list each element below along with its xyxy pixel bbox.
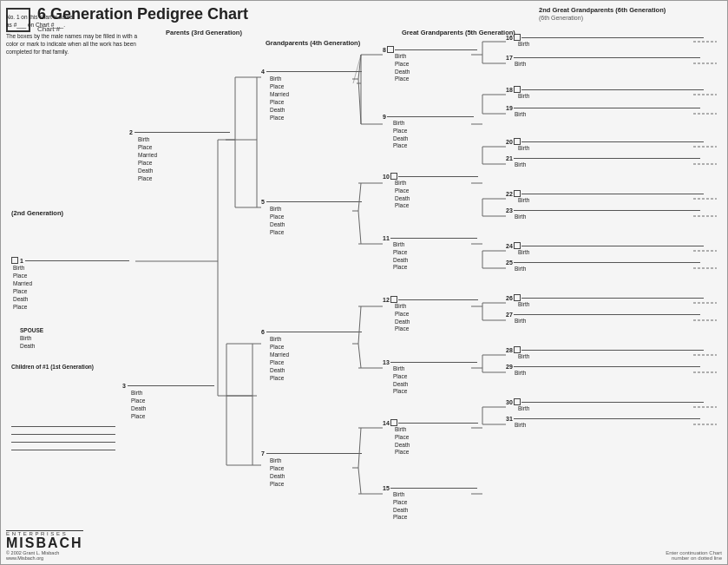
p28-box — [514, 346, 521, 353]
spouse-death: Death — [20, 342, 43, 350]
person-9: 9 Birth Place Death Place — [383, 114, 474, 150]
p5-num: 5 — [261, 199, 265, 205]
footer: E N T E R P R I S E S MISBACH © 2002 Gra… — [6, 530, 83, 561]
misbach-label: MISBACH — [6, 536, 83, 550]
p22-birth: Birth — [518, 197, 704, 203]
person-25: 25 Birth — [506, 260, 700, 272]
p24-num: 24 — [506, 243, 513, 249]
gen2-header: (2nd Generation) — [11, 209, 63, 217]
person-27: 27 Birth — [506, 312, 700, 324]
p25-birth: Birth — [515, 266, 700, 272]
p3-fields: Birth Place Death Place — [131, 389, 214, 420]
p17-birth: Birth — [515, 61, 700, 67]
children-label: Children of #1 (1st Generation) — [11, 364, 94, 370]
person-6: 6 Birth Place Married Place Death Place — [261, 329, 362, 383]
person-21: 21 Birth — [506, 155, 700, 168]
p7-fields: Birth Place Death Place — [270, 457, 362, 488]
p4-fields: Birth Place Married Place Death Place — [270, 75, 362, 122]
p13-fields: Birth Place Death Place — [393, 365, 477, 396]
spouse-label: SPOUSE — [20, 326, 43, 334]
p31-num: 31 — [506, 416, 513, 422]
p14-num: 14 — [383, 420, 390, 426]
person-12: 12 Birth Place Death Place — [383, 296, 478, 333]
p29-birth: Birth — [515, 370, 700, 376]
p22-box — [514, 190, 521, 197]
p14-fields: Birth Place Death Place — [395, 426, 478, 457]
p16-num: 16 — [506, 35, 513, 41]
p6-fields: Birth Place Married Place Death Place — [270, 335, 362, 383]
person-22: 22 Birth — [506, 190, 704, 203]
person-2: 2 Birth Place Married Place Death Place — [129, 129, 230, 183]
p21-num: 21 — [506, 155, 513, 161]
p24-box — [514, 242, 521, 249]
p20-num: 20 — [506, 139, 513, 145]
p12-num: 12 — [383, 297, 390, 303]
p11-fields: Birth Place Death Place — [393, 241, 477, 272]
p9-fields: Birth Place Death Place — [393, 120, 474, 150]
p29-num: 29 — [506, 364, 513, 370]
p28-num: 28 — [506, 347, 513, 353]
gen6-sub: (6th Generation) — [539, 15, 583, 21]
p15-num: 15 — [383, 485, 390, 491]
person-20: 20 Birth — [506, 138, 704, 151]
p25-num: 25 — [506, 260, 513, 266]
p27-birth: Birth — [515, 318, 700, 324]
p20-box — [514, 138, 521, 145]
person-15: 15 Birth Place Death Place — [383, 485, 477, 522]
p2-fields: Birth Place Married Place Death Place — [138, 135, 230, 183]
boxes-text: The boxes by the male names may be fille… — [6, 32, 141, 56]
p3-num: 3 — [122, 383, 126, 389]
person-18: 18 Birth — [506, 86, 704, 99]
p1-box — [11, 257, 18, 264]
person-24: 24 Birth — [506, 242, 704, 255]
p18-num: 18 — [506, 87, 513, 93]
p22-num: 22 — [506, 191, 513, 197]
person-28: 28 Birth — [506, 346, 704, 359]
p23-num: 23 — [506, 207, 513, 214]
p21-birth: Birth — [515, 161, 700, 168]
p28-birth: Birth — [518, 353, 704, 359]
chart-container: 6 Generation Pedigree Chart Chart # No. … — [0, 0, 728, 565]
p24-birth: Birth — [518, 249, 704, 255]
p27-num: 27 — [506, 312, 513, 318]
p26-birth: Birth — [518, 301, 704, 307]
p18-box — [514, 86, 521, 93]
p8-num: 8 — [383, 47, 386, 53]
person-4: 4 Birth Place Married Place Death Place — [261, 69, 362, 122]
spouse-block: SPOUSE Birth Death — [20, 326, 43, 350]
continuation-line2: number on dotted line — [666, 555, 722, 561]
p30-num: 30 — [506, 399, 513, 405]
p15-fields: Birth Place Death Place — [393, 491, 477, 522]
p26-box — [514, 294, 521, 301]
gen4-header: Grandparents (4th Generation) — [266, 39, 360, 47]
person-11: 11 Birth Place Death Place — [383, 235, 477, 272]
p9-num: 9 — [383, 114, 386, 120]
p12-box — [390, 296, 397, 303]
p6-num: 6 — [261, 329, 265, 335]
p2-num: 2 — [129, 129, 133, 135]
p31-birth: Birth — [515, 422, 700, 428]
p8-box — [387, 46, 394, 53]
continuation-note: Enter continuation Chart number on dotte… — [666, 550, 722, 561]
person-23: 23 Birth — [506, 207, 700, 220]
person-17: 17 Birth — [506, 55, 700, 67]
p1-num: 1 — [20, 258, 23, 264]
person-26: 26 Birth — [506, 294, 704, 307]
p14-box — [390, 419, 397, 426]
p20-birth: Birth — [518, 145, 704, 151]
p16-birth: Birth — [518, 41, 704, 47]
website-label: www.Misbach.org — [6, 555, 83, 561]
p8-fields: Birth Place Death Place — [395, 53, 477, 83]
no1-text-line2: as #___ on Chart #___. — [6, 21, 141, 29]
p18-birth: Birth — [518, 93, 704, 99]
person-14: 14 Birth Place Death Place — [383, 419, 478, 457]
p30-birth: Birth — [518, 405, 704, 411]
p30-box — [514, 398, 521, 405]
p10-num: 10 — [383, 174, 390, 180]
p5-fields: Birth Place Death Place — [270, 205, 362, 236]
gen3-header: Parents (3rd Generation) — [166, 29, 242, 36]
p4-num: 4 — [261, 69, 265, 75]
p1-fields: Birth Place Married Place Death Place — [13, 264, 129, 312]
p23-birth: Birth — [515, 214, 700, 220]
person-30: 30 Birth — [506, 398, 704, 411]
